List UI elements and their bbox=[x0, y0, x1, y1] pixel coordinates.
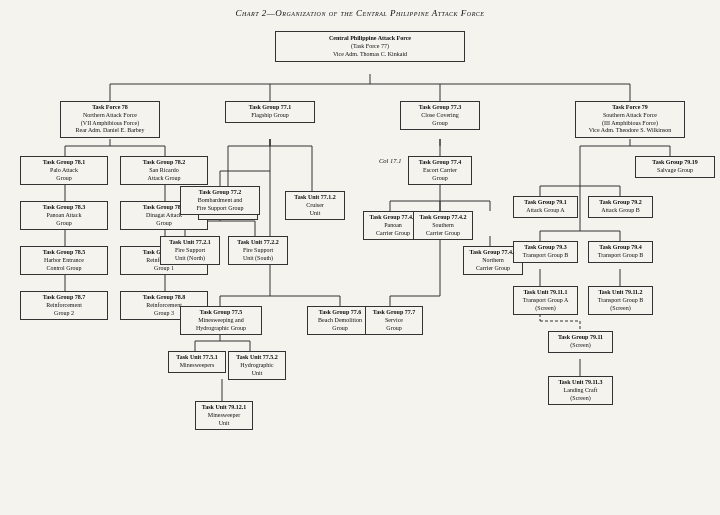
tg794-box: Task Group 79.4 Transport Group B bbox=[588, 241, 653, 263]
tu77222-box: Task Unit 77.2.2 Fire Support Unit (Sout… bbox=[228, 236, 288, 265]
tu791111-box: Task Unit 79.11.1 Transport Group A (Scr… bbox=[513, 286, 578, 315]
tg777-box: Task Group 77.7 Service Group bbox=[365, 306, 423, 335]
root-box: Central Philippine Attack Force (Task Fo… bbox=[275, 31, 465, 62]
tg791-box: Task Group 79.1 Attack Group A bbox=[513, 196, 578, 218]
tg787-box: Task Group 78.7 Reinforcement Group 2 bbox=[20, 291, 108, 320]
tg771-box: Task Group 77.1 Flagship Group bbox=[225, 101, 315, 123]
tu791112-box: Task Unit 79.11.2 Transport Group B (Scr… bbox=[588, 286, 653, 315]
tf79-box: Task Force 79 Southern Attack Force (III… bbox=[575, 101, 685, 138]
tu77221-box: Task Unit 77.2.1 Fire Support Unit (Nort… bbox=[160, 236, 220, 265]
tg781-box: Task Group 78.1 Palo Attack Group bbox=[20, 156, 108, 185]
tg793-box: Task Group 79.3 Transport Group B bbox=[513, 241, 578, 263]
tu7752-box: Task Unit 77.5.2 Hydrographic Unit bbox=[228, 351, 286, 380]
tf78-box: Task Force 78 Northern Attack Force (VII… bbox=[60, 101, 160, 138]
tu791113-box: Task Unit 79.11.3 Landing Craft (Screen) bbox=[548, 376, 613, 405]
tu7712-box: Task Unit 77.1.2 Cruiser Unit bbox=[285, 191, 345, 220]
tg776-box: Task Group 77.6 Beach Demolition Group bbox=[307, 306, 373, 335]
tg782-box: Task Group 78.2 San Ricardo Attack Group bbox=[120, 156, 208, 185]
tg773-box: Task Group 77.3 Close Covering Group bbox=[400, 101, 480, 130]
tg774-box: Task Group 77.4 Escort Carrier Group bbox=[408, 156, 472, 185]
org-chart: Central Philippine Attack Force (Task Fo… bbox=[10, 26, 710, 515]
page: Chart 2—Organization of the Central Phil… bbox=[0, 0, 720, 515]
tg7919-box: Task Group 79.19 Salvage Group bbox=[635, 156, 715, 178]
tu791121-box: Task Unit 79.12.1 Minesweeper Unit bbox=[195, 401, 253, 430]
tg775-box: Task Group 77.5 Minesweeping and Hydrogr… bbox=[180, 306, 262, 335]
tg772-box: Task Group 77.2 Bombardment and Fire Sup… bbox=[180, 186, 260, 215]
tg783-box: Task Group 78.3 Panoan Attack Group bbox=[20, 201, 108, 230]
chart-title: Chart 2—Organization of the Central Phil… bbox=[10, 8, 710, 18]
tg785-box: Task Group 78.5 Harbor Entrance Control … bbox=[20, 246, 108, 275]
tg7742-box: Task Group 77.4.2 Southern Carrier Group bbox=[413, 211, 473, 240]
connectors-svg bbox=[10, 26, 710, 515]
tu7751-box: Task Unit 77.5.1 Minesweepers bbox=[168, 351, 226, 373]
tg7911-box: Task Group 79.11 (Screen) bbox=[548, 331, 613, 353]
tg792-box: Task Group 79.2 Attack Group B bbox=[588, 196, 653, 218]
col171-label: Col 17.1 bbox=[379, 157, 401, 164]
